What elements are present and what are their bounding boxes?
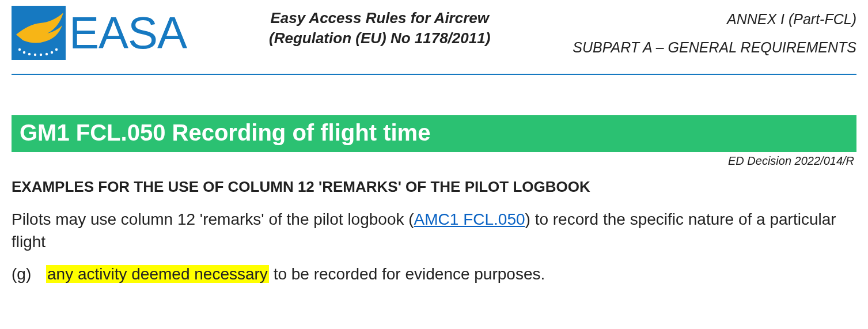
doc-title-line2: (Regulation (EU) No 1178/2011) [269, 29, 490, 47]
svg-point-7 [55, 48, 58, 51]
item-g-text: any activity deemed necessary to be reco… [46, 263, 545, 286]
svg-point-0 [18, 48, 21, 51]
subpart-label: SUBPART A – GENERAL REQUIREMENTS [573, 35, 856, 60]
item-g-letter: (g) [12, 263, 46, 286]
gm-banner-title: GM1 FCL.050 Recording of flight time [20, 120, 430, 145]
intro-pre: Pilots may use column 12 'remarks' of th… [12, 210, 414, 228]
easa-logo-text: EASA [69, 10, 187, 55]
doc-title: Easy Access Rules for Aircrew (Regulatio… [198, 6, 561, 48]
svg-point-6 [51, 51, 53, 54]
page-header: EASA Easy Access Rules for Aircrew (Regu… [12, 6, 856, 60]
doc-section: ANNEX I (Part-FCL) SUBPART A – GENERAL R… [573, 6, 856, 59]
easa-logo: EASA [12, 6, 187, 60]
item-g-rest: to be recorded for evidence purposes. [269, 265, 545, 283]
svg-point-4 [40, 54, 42, 56]
doc-title-line1: Easy Access Rules for Aircrew [270, 9, 489, 27]
svg-point-2 [28, 53, 31, 55]
ed-decision-label: ED Decision 2022/014/R [12, 154, 854, 168]
intro-paragraph: Pilots may use column 12 'remarks' of th… [12, 209, 856, 253]
item-g-row: (g) any activity deemed necessary to be … [12, 263, 856, 286]
examples-heading: EXAMPLES FOR THE USE OF COLUMN 12 'REMAR… [12, 178, 856, 196]
svg-point-3 [34, 54, 36, 56]
svg-point-5 [46, 53, 48, 55]
annex-label: ANNEX I (Part-FCL) [573, 7, 856, 32]
gm-banner: GM1 FCL.050 Recording of flight time [12, 115, 856, 152]
easa-bird-icon [12, 6, 66, 60]
amc-link[interactable]: AMC1 FCL.050 [414, 210, 525, 228]
item-g-highlight: any activity deemed necessary [46, 265, 269, 283]
header-divider [12, 74, 856, 75]
svg-point-1 [23, 51, 25, 54]
